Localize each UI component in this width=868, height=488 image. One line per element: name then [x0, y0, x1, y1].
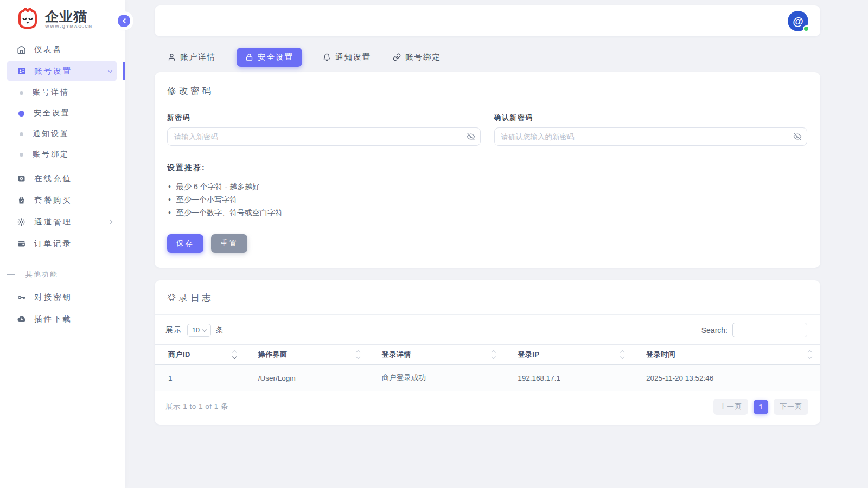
column-label: 登录详情: [382, 350, 411, 359]
recommendation-item: 至少一个数字、符号或空白字符: [167, 206, 807, 219]
sidebar-item-order-records[interactable]: 订单记录: [7, 233, 117, 254]
cell-login-detail: 商户登录成功: [368, 365, 504, 391]
tab-account-detail[interactable]: 账户详情: [167, 48, 217, 67]
gear-icon: [16, 217, 27, 227]
sidebar-item-plugin-download[interactable]: 插件下载: [7, 309, 117, 329]
recommendations-list: 最少 6 个字符 - 越多越好 至少一个小写字符 至少一个数字、符号或空白字符: [167, 180, 807, 219]
pagination-info: 展示 1 to 1 of 1 条: [165, 402, 228, 412]
sidebar-nav: 仪表盘 账号设置 账号详情 安全设置 通知设置 账号绑定: [0, 34, 125, 329]
sidebar-subitem-account-detail[interactable]: 账号详情: [7, 82, 117, 103]
column-label: 操作界面: [258, 350, 288, 359]
cell-login-ip: 192.168.17.1: [504, 365, 633, 391]
sidebar-subitem-account-binding[interactable]: 账号绑定: [7, 144, 117, 165]
user-avatar[interactable]: @: [788, 11, 808, 31]
save-button[interactable]: 保存: [167, 234, 203, 253]
change-password-card: 修改密码 新密码 确认新密码: [155, 72, 820, 268]
pagination: 上一页 1 下一页: [713, 399, 808, 415]
dash-icon: [7, 274, 15, 275]
sort-icon: [233, 351, 236, 358]
chevron-right-icon: [108, 220, 112, 224]
recommendations-title: 设置推荐:: [167, 163, 807, 173]
column-label: 登录IP: [518, 350, 539, 359]
bullet-dot-icon: [20, 132, 23, 136]
cat-logo-icon: [15, 8, 40, 30]
column-label: 登录时间: [646, 350, 675, 359]
column-header-login-detail[interactable]: 登录详情: [368, 345, 504, 365]
sidebar-item-package-purchase[interactable]: 套餐购买: [7, 190, 117, 210]
cell-login-time: 2025-11-20 13:52:46: [633, 365, 820, 391]
search-input[interactable]: [732, 323, 807, 337]
user-icon: [168, 53, 176, 61]
sidebar-item-label: 账号详情: [33, 88, 69, 98]
section-label-text: 其他功能: [25, 270, 58, 279]
sidebar-item-label: 通知设置: [33, 129, 69, 139]
confirm-password-group: 确认新密码: [494, 113, 808, 146]
page-size-value: 10: [192, 326, 200, 334]
sidebar-item-account-settings[interactable]: 账号设置: [7, 61, 117, 81]
key-icon: [16, 293, 27, 302]
sidebar-section-other-features: 其他功能: [7, 270, 117, 279]
tab-account-binding[interactable]: 账号绑定: [392, 48, 442, 67]
login-log-table: 商户ID 操作界面 登录详情 登录IP: [155, 344, 820, 391]
sort-icon: [808, 351, 812, 358]
tab-label: 账号绑定: [405, 52, 441, 62]
tab-label: 通知设置: [335, 52, 371, 62]
confirm-password-input[interactable]: [494, 127, 808, 146]
shopping-bag-icon: [16, 196, 27, 205]
sidebar-item-channel-management[interactable]: 通道管理: [7, 211, 117, 232]
recommendation-item: 最少 6 个字符 - 越多越好: [167, 180, 807, 193]
table-controls: 展示 10 条 Search:: [155, 315, 820, 344]
eye-off-icon: [793, 132, 802, 141]
reset-button[interactable]: 重置: [211, 234, 247, 253]
show-label: 展示: [165, 325, 182, 335]
main-content: @ 账户详情 安全设置 通知设置 账号绑定: [125, 0, 868, 425]
page-size-select[interactable]: 10: [187, 324, 211, 337]
confirm-password-label: 确认新密码: [494, 113, 808, 123]
sidebar-item-dashboard[interactable]: 仪表盘: [7, 39, 117, 60]
bullet-dot-icon: [20, 91, 23, 95]
sort-icon: [356, 351, 360, 358]
wallet-icon: [16, 239, 27, 248]
top-header-bar: @: [155, 5, 820, 36]
tab-label: 账户详情: [180, 52, 216, 62]
sidebar-collapse-button[interactable]: [118, 15, 130, 27]
sidebar-item-label: 在线充值: [34, 174, 72, 184]
cash-icon: [16, 174, 27, 183]
column-header-login-ip[interactable]: 登录IP: [504, 345, 633, 365]
online-status-dot: [803, 25, 809, 32]
new-password-input[interactable]: [167, 127, 481, 146]
column-header-merchant-id[interactable]: 商户ID: [155, 345, 245, 365]
search-label: Search:: [701, 326, 727, 335]
sidebar-item-online-recharge[interactable]: 在线充值: [7, 168, 117, 189]
chevron-down-icon: [202, 327, 207, 331]
sidebar-subitem-security-settings[interactable]: 安全设置: [7, 103, 117, 124]
prev-page-button[interactable]: 上一页: [713, 399, 748, 415]
brand-logo: 企业猫 WWW.QYMAO.CN: [0, 0, 125, 34]
tab-notification-settings[interactable]: 通知设置: [322, 48, 372, 67]
sidebar-subitem-notification-settings[interactable]: 通知设置: [7, 124, 117, 144]
column-header-operation-ui[interactable]: 操作界面: [245, 345, 368, 365]
sidebar-item-label: 安全设置: [34, 108, 71, 118]
table-footer: 展示 1 to 1 of 1 条 上一页 1 下一页: [155, 391, 820, 422]
new-password-label: 新密码: [167, 113, 481, 123]
new-password-group: 新密码: [167, 113, 481, 146]
next-page-button[interactable]: 下一页: [774, 399, 808, 415]
search-group: Search:: [701, 323, 807, 337]
bullet-dot-icon: [18, 111, 24, 117]
current-page-button[interactable]: 1: [754, 400, 768, 414]
link-icon: [393, 53, 401, 61]
cell-operation-ui: /User/Login: [245, 365, 368, 391]
brand-name: 企业猫: [45, 9, 93, 23]
lock-icon: [245, 53, 253, 61]
toggle-password-visibility-button[interactable]: [793, 132, 802, 141]
password-form: 新密码 确认新密码: [167, 113, 807, 146]
toggle-password-visibility-button[interactable]: [467, 132, 475, 141]
id-card-icon: [16, 66, 27, 76]
tab-security-settings[interactable]: 安全设置: [237, 48, 302, 67]
column-header-login-time[interactable]: 登录时间: [633, 345, 820, 365]
sidebar-item-label: 套餐购买: [34, 195, 72, 206]
sidebar-item-label: 账号设置: [34, 66, 72, 76]
sidebar-item-api-keys[interactable]: 对接密钥: [7, 287, 117, 307]
sidebar: 企业猫 WWW.QYMAO.CN 仪表盘 账号设置 账号详情 安全设置: [0, 0, 125, 488]
sidebar-item-label: 账号绑定: [33, 150, 69, 159]
